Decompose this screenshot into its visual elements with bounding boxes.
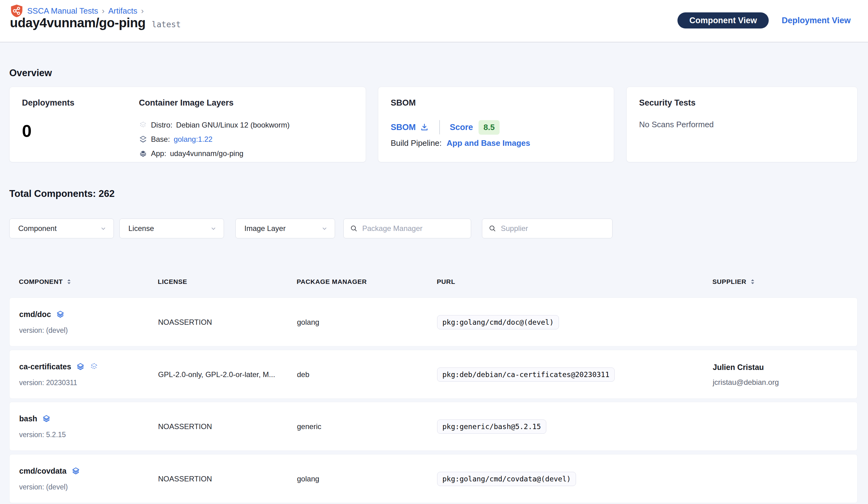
license-value: NOASSERTION bbox=[158, 422, 212, 431]
component-name: bash bbox=[19, 414, 37, 423]
layers-icon bbox=[76, 363, 85, 371]
supplier-name: Julien Cristau bbox=[713, 363, 764, 372]
layers-icon bbox=[42, 414, 51, 423]
sbom-card-title: SBOM bbox=[391, 98, 416, 108]
table-header: COMPONENT LICENSE PACKAGE MANAGER PURL S… bbox=[9, 278, 857, 290]
component-name: ca-certificates bbox=[19, 362, 71, 371]
artifact-tag: latest bbox=[152, 20, 181, 29]
table-row[interactable]: bash version: 5.2.15 NOASSERTION generic… bbox=[9, 402, 857, 451]
vertical-divider bbox=[439, 120, 440, 134]
package-manager-search-input[interactable] bbox=[362, 224, 465, 233]
sort-icon[interactable] bbox=[66, 279, 72, 285]
column-header-component[interactable]: COMPONENT bbox=[19, 278, 72, 285]
component-cell: bash version: 5.2.15 bbox=[19, 402, 66, 451]
breadcrumb-link-project[interactable]: SSCA Manual Tests bbox=[27, 6, 98, 16]
license-value: GPL-2.0-only, GPL-2.0-or-later, M... bbox=[158, 370, 275, 379]
chevron-down-icon bbox=[210, 225, 217, 232]
purl-cell: pkg:golang/cmd/covdata@(devel) bbox=[437, 454, 576, 503]
breadcrumb-link-artifacts[interactable]: Artifacts bbox=[108, 6, 137, 16]
package-manager-value: deb bbox=[297, 370, 309, 379]
layer-item-base: Base: golang:1.22 bbox=[139, 135, 290, 144]
component-cell: cmd/doc version: (devel) bbox=[19, 298, 68, 347]
license-value: NOASSERTION bbox=[158, 318, 212, 326]
column-header-purl: PURL bbox=[437, 278, 455, 285]
security-tests-card: Security Tests No Scans Performed bbox=[627, 87, 857, 162]
container-image-layers-block: Container Image Layers Distro: Debian GN… bbox=[139, 98, 290, 158]
component-cell: ca-certificates version: 20230311 bbox=[19, 350, 99, 399]
purl-cell: pkg:golang/cmd/doc@(devel) bbox=[437, 298, 559, 347]
image-layer-filter-dropdown[interactable]: Image Layer bbox=[235, 219, 335, 238]
layers-distro-icon bbox=[139, 121, 147, 129]
chevron-down-icon bbox=[100, 225, 107, 232]
filter-bar: Component License Image Layer bbox=[9, 219, 612, 238]
breadcrumb-separator: › bbox=[141, 6, 144, 16]
total-components-heading: Total Components: 262 bbox=[9, 188, 114, 199]
component-name: cmd/covdata bbox=[19, 466, 66, 475]
component-version: version: 20230311 bbox=[19, 379, 78, 387]
search-icon bbox=[488, 224, 496, 232]
deployments-layers-card: Deployments 0 Container Image Layers Dis… bbox=[9, 87, 366, 162]
purl-cell: pkg:generic/bash@5.2.15 bbox=[437, 402, 546, 451]
package-manager-cell: golang bbox=[297, 298, 319, 347]
supplier-search-input[interactable] bbox=[501, 224, 606, 233]
layers-dashed-icon bbox=[90, 363, 99, 371]
license-cell: NOASSERTION bbox=[158, 298, 291, 347]
component-name: cmd/doc bbox=[19, 310, 51, 319]
column-label: PACKAGE MANAGER bbox=[297, 278, 367, 285]
download-icon bbox=[420, 123, 429, 132]
supplier-email: jcristau@debian.org bbox=[713, 378, 779, 387]
purl-chip: pkg:golang/cmd/covdata@(devel) bbox=[437, 472, 576, 486]
layers-app-icon bbox=[139, 150, 147, 158]
layer-item-app: App: uday4vunnam/go-ping bbox=[139, 149, 290, 158]
sbom-download-label: SBOM bbox=[391, 123, 416, 132]
supplier-cell: Julien Cristau jcristau@debian.org bbox=[713, 350, 779, 399]
sort-icon[interactable] bbox=[750, 279, 756, 285]
deployment-view-button[interactable]: Deployment View bbox=[782, 16, 851, 26]
layers-icon bbox=[56, 310, 65, 319]
deployments-title: Deployments bbox=[22, 98, 74, 108]
security-tests-status: No Scans Performed bbox=[639, 120, 714, 129]
component-view-button[interactable]: Component View bbox=[678, 12, 769, 29]
build-pipeline-link[interactable]: App and Base Images bbox=[447, 138, 530, 148]
package-manager-value: golang bbox=[297, 318, 319, 326]
component-filter-dropdown[interactable]: Component bbox=[9, 219, 114, 238]
view-toggle: Component View Deployment View bbox=[678, 12, 851, 29]
package-manager-search bbox=[343, 219, 471, 238]
purl-chip: pkg:generic/bash@5.2.15 bbox=[437, 420, 546, 434]
license-cell: NOASSERTION bbox=[158, 402, 291, 451]
component-version: version: 5.2.15 bbox=[19, 431, 66, 439]
search-icon bbox=[350, 224, 358, 232]
build-pipeline-row: Build Pipeline: App and Base Images bbox=[391, 138, 530, 148]
table-row[interactable]: cmd/covdata version: (devel) NOASSERTION… bbox=[9, 454, 857, 503]
column-header-supplier[interactable]: SUPPLIER bbox=[712, 278, 756, 285]
package-manager-value: generic bbox=[297, 422, 321, 431]
layer-distro-label: Distro: bbox=[151, 121, 172, 129]
sbom-score-badge: 8.5 bbox=[478, 120, 499, 135]
sbom-score-row: SBOM Score 8.5 bbox=[391, 119, 499, 135]
column-header-license: LICENSE bbox=[158, 278, 187, 285]
package-manager-value: golang bbox=[297, 475, 319, 483]
artifact-detail-page: SSCA Manual Tests › Artifacts › uday4vun… bbox=[0, 0, 868, 504]
purl-chip: pkg:golang/cmd/doc@(devel) bbox=[437, 315, 559, 330]
license-filter-label: License bbox=[128, 224, 154, 233]
sbom-download-link[interactable]: SBOM bbox=[391, 123, 429, 132]
layer-base-label: Base: bbox=[151, 135, 170, 144]
image-layer-filter-label: Image Layer bbox=[244, 224, 286, 233]
license-cell: NOASSERTION bbox=[158, 454, 291, 503]
table-row[interactable]: ca-certificates version: 20230311 GPL-2.… bbox=[9, 350, 857, 399]
layer-item-distro: Distro: Debian GNU/Linux 12 (bookworm) bbox=[139, 121, 290, 129]
layer-app-label: App: bbox=[151, 149, 166, 158]
component-cell: cmd/covdata version: (devel) bbox=[19, 454, 80, 503]
component-version: version: (devel) bbox=[19, 326, 68, 335]
layers-base-icon bbox=[139, 135, 147, 144]
column-label: PURL bbox=[437, 278, 455, 285]
layer-base-link[interactable]: golang:1.22 bbox=[174, 135, 212, 144]
package-manager-cell: generic bbox=[297, 402, 321, 451]
sbom-card: SBOM SBOM Score 8.5 Build Pipeline: App … bbox=[378, 87, 614, 162]
layer-app-value: uday4vunnam/go-ping bbox=[170, 149, 244, 158]
license-filter-dropdown[interactable]: License bbox=[120, 219, 224, 238]
table-row[interactable]: cmd/doc version: (devel) NOASSERTION gol… bbox=[9, 298, 857, 346]
breadcrumb-separator: › bbox=[102, 6, 105, 16]
column-label: LICENSE bbox=[158, 278, 187, 285]
sbom-score-label: Score bbox=[450, 123, 473, 132]
